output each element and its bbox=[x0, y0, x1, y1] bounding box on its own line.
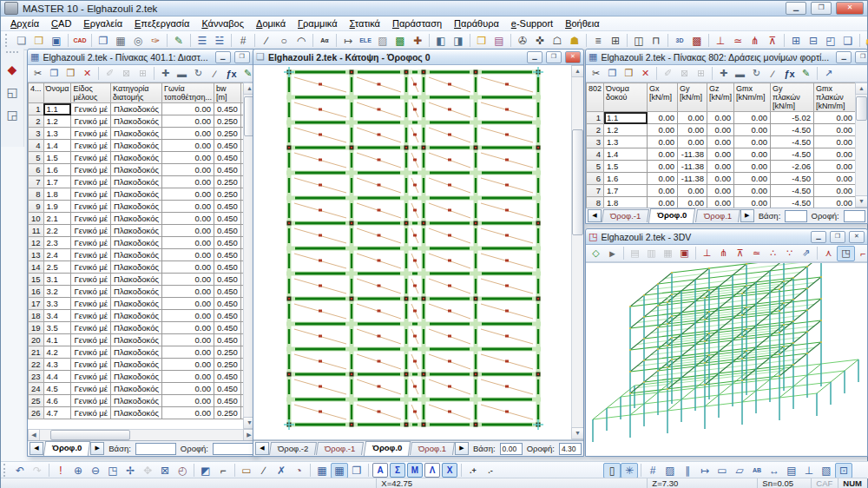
cell[interactable]: 0.00 bbox=[162, 298, 214, 310]
cell[interactable]: 17 bbox=[29, 298, 44, 310]
draw-circle-icon[interactable]: ○ bbox=[275, 33, 293, 49]
cell[interactable]: Γενικό μέ bbox=[71, 407, 111, 419]
frame-tool-icon[interactable]: ◩ bbox=[197, 463, 214, 478]
cell[interactable]: -11.38 bbox=[678, 173, 707, 185]
cell[interactable]: 0.250 bbox=[214, 115, 241, 128]
column-header[interactable]: Gz [kN/m] bbox=[707, 83, 734, 112]
layer-sigma-button[interactable]: Σ bbox=[390, 463, 405, 478]
tab-scroll-right-button[interactable]: ▶ bbox=[740, 209, 754, 222]
cell[interactable]: 0.00 bbox=[162, 286, 214, 298]
merge-icon[interactable]: ⊠ bbox=[118, 67, 135, 81]
cell[interactable]: 1.4 bbox=[43, 140, 71, 152]
cell[interactable]: 3.3 bbox=[43, 298, 71, 310]
cell[interactable]: 0.450 bbox=[214, 140, 241, 152]
snap-ab-icon[interactable]: ΑΒ bbox=[748, 463, 766, 478]
cell[interactable]: 0.250 bbox=[214, 407, 241, 419]
cell[interactable]: Πλακοδοκός bbox=[111, 237, 162, 249]
cell[interactable]: 3.4 bbox=[43, 310, 71, 322]
cell[interactable]: 8 bbox=[587, 197, 604, 208]
cell[interactable]: Πλακοδοκός bbox=[111, 225, 162, 237]
scroll-down-icon[interactable]: ▼ bbox=[855, 195, 867, 208]
cell[interactable]: 0.250 bbox=[214, 176, 241, 188]
copy-icon[interactable]: ❐ bbox=[95, 33, 112, 49]
cell[interactable]: 1.5 bbox=[43, 152, 71, 164]
cell[interactable]: 0.00 bbox=[162, 115, 214, 128]
cell[interactable]: 0.450 bbox=[214, 164, 241, 176]
cell[interactable]: 0.00 bbox=[734, 136, 771, 148]
column-header[interactable]: Gx [kN/m] bbox=[648, 83, 678, 112]
cell[interactable]: 0.00 bbox=[162, 395, 214, 407]
cell[interactable]: Γενικό μέ bbox=[71, 310, 111, 322]
cell[interactable]: 0.00 bbox=[707, 173, 734, 185]
node-edit-icon[interactable]: ✗ bbox=[273, 463, 290, 478]
pick-icon[interactable]: ✐ bbox=[102, 67, 118, 81]
scroll-left-icon[interactable]: ◀ bbox=[28, 429, 40, 441]
cell[interactable]: 3 bbox=[587, 136, 604, 148]
cell[interactable]: 25 bbox=[29, 395, 44, 407]
cell[interactable]: 21 bbox=[29, 346, 44, 359]
cell[interactable]: Γενικό μέ bbox=[71, 213, 111, 225]
cell[interactable]: 0.00 bbox=[814, 161, 856, 173]
cell[interactable]: 0.450 bbox=[214, 286, 241, 298]
arrange-windows-2-icon[interactable]: ◲ bbox=[3, 107, 21, 122]
screen-view-icon[interactable]: ▤ bbox=[490, 33, 508, 49]
cell[interactable]: 2.5 bbox=[43, 261, 71, 274]
cell[interactable]: 0.00 bbox=[162, 310, 214, 322]
edit-pencil-icon[interactable]: ✎ bbox=[170, 33, 187, 49]
draw-line-icon[interactable]: ∕ bbox=[258, 33, 275, 49]
cell[interactable]: 0.00 bbox=[814, 124, 856, 136]
scroll-thumb[interactable] bbox=[856, 96, 867, 121]
print-icon[interactable]: ▦ bbox=[112, 33, 129, 49]
cell[interactable]: 0.00 bbox=[707, 185, 734, 197]
regen-icon[interactable]: ! bbox=[52, 463, 69, 478]
scroll-thumb[interactable] bbox=[572, 129, 583, 235]
dimension-icon[interactable]: ↦ bbox=[339, 33, 357, 49]
cell[interactable]: 1.1 bbox=[604, 112, 648, 124]
cell[interactable]: Πλακοδοκός bbox=[111, 395, 162, 407]
cell[interactable]: 0.00 bbox=[814, 197, 856, 208]
cell[interactable]: 0.00 bbox=[162, 164, 214, 176]
cell[interactable]: Πλακοδοκός bbox=[111, 188, 162, 201]
cell[interactable]: 0.00 bbox=[162, 371, 214, 383]
cell[interactable]: 0.450 bbox=[214, 213, 241, 225]
snap-grid-icon[interactable]: # bbox=[644, 463, 661, 478]
cell[interactable]: 1.7 bbox=[43, 176, 71, 188]
cell[interactable]: 0.00 bbox=[814, 136, 856, 148]
column-header[interactable]: Gmx πλακών [kNm/m] bbox=[814, 83, 856, 112]
tab-scroll-right-button[interactable]: ▶ bbox=[90, 442, 104, 455]
cell[interactable]: Γενικό μέ bbox=[71, 128, 111, 140]
cell[interactable]: 0.00 bbox=[162, 152, 214, 164]
ruler-icon[interactable]: ▭ bbox=[238, 463, 255, 478]
window-new-view-icon[interactable]: ◰ bbox=[822, 33, 839, 49]
cell[interactable]: Γενικό μέ bbox=[71, 322, 111, 334]
layer-mu-button[interactable]: Μ bbox=[407, 463, 423, 478]
cell[interactable]: Γενικό μέ bbox=[71, 334, 111, 346]
cell[interactable]: 7 bbox=[29, 176, 44, 188]
export-image-icon[interactable]: ▣ bbox=[676, 247, 693, 260]
cell[interactable]: 0.00 bbox=[162, 334, 214, 346]
cell[interactable]: 0.00 bbox=[162, 213, 214, 225]
lamp-icon[interactable]: ☗ bbox=[566, 33, 583, 49]
menu-βοήθεια[interactable]: Βοήθεια bbox=[559, 18, 605, 29]
redo-icon[interactable]: ↷ bbox=[29, 463, 46, 478]
cell[interactable]: Πλακοδοκός bbox=[111, 310, 162, 322]
merge-icon[interactable]: ⊠ bbox=[676, 67, 693, 81]
menu-γραμμικά[interactable]: Γραμμικά bbox=[292, 18, 344, 29]
snap-star-icon[interactable]: ✳ bbox=[621, 463, 638, 478]
cell[interactable]: 4.4 bbox=[43, 371, 71, 383]
new-file-icon[interactable]: ❏ bbox=[13, 33, 30, 49]
cell[interactable]: Γενικό μέ bbox=[71, 249, 111, 261]
cell[interactable]: 0.450 bbox=[214, 237, 241, 249]
close-button[interactable]: ✕ bbox=[836, 2, 864, 15]
cell[interactable]: Πλακοδοκός bbox=[111, 334, 162, 346]
cell[interactable]: 0.450 bbox=[214, 225, 241, 237]
cell[interactable]: -4.50 bbox=[771, 124, 814, 136]
menu-στατικά[interactable]: Στατικά bbox=[344, 18, 386, 29]
cell[interactable]: 1 bbox=[29, 103, 44, 115]
cell[interactable]: 0.450 bbox=[214, 152, 241, 164]
cell[interactable]: 0.450 bbox=[214, 310, 241, 322]
point-plus-icon[interactable]: .+ bbox=[464, 463, 482, 478]
top-field[interactable]: 4.30 bbox=[559, 443, 582, 455]
cell[interactable]: Γενικό μέ bbox=[71, 164, 111, 176]
plan-close-button[interactable]: ✕ bbox=[565, 51, 581, 63]
